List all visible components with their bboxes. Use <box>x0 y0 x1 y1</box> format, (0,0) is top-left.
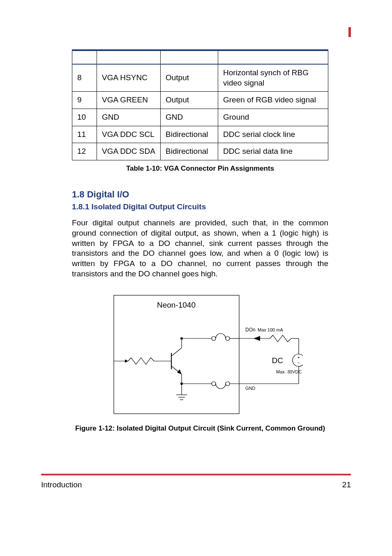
cell-pin: 11 <box>72 126 97 143</box>
diagram-title: Neon-1040 <box>157 301 196 309</box>
do-label: DOn <box>245 327 256 333</box>
page-footer: Introduction 21 <box>0 474 392 489</box>
figure-caption: Figure 1-12: Isolated Digital Output Cir… <box>72 424 328 433</box>
dc-label: DC <box>272 356 283 365</box>
table-caption: Table 1-10: VGA Connector Pin Assignment… <box>72 164 328 173</box>
table-row: 12 VGA DDC SDA Bidirectional DDC serial … <box>72 143 328 160</box>
max-vdc-label: Max. 30VDC <box>276 369 302 374</box>
svg-line-5 <box>171 348 182 356</box>
cell-desc: DDC serial clock line <box>218 126 328 143</box>
vga-pin-table: 8 VGA HSYNC Output Horizontal synch of R… <box>72 49 328 160</box>
cell-signal: VGA DDC SDA <box>97 143 161 160</box>
cell-pin: 9 <box>72 92 97 109</box>
svg-point-18 <box>226 336 230 341</box>
table-row: 8 VGA HSYNC Output Horizontal synch of R… <box>72 64 328 92</box>
dc-minus: − <box>297 361 300 365</box>
dc-plus: + <box>297 355 300 360</box>
svg-marker-7 <box>177 369 182 374</box>
cell-signal: GND <box>97 109 161 126</box>
cell-type: GND <box>161 109 218 126</box>
header-accent-bar <box>348 27 351 37</box>
cell-type: Output <box>161 92 218 109</box>
cell-desc: Horizontal synch of RBG video signal <box>218 64 328 92</box>
svg-marker-21 <box>254 336 260 341</box>
cell-pin: 12 <box>72 143 97 160</box>
cell-pin: 10 <box>72 109 97 126</box>
cell-type: Output <box>161 64 218 92</box>
footer-section-name: Introduction <box>41 480 82 489</box>
table-row: 10 GND GND Ground <box>72 109 328 126</box>
svg-point-27 <box>212 382 216 386</box>
digital-output-circuit-svg: Neon-1040 <box>97 291 303 419</box>
cell-pin: 8 <box>72 64 97 92</box>
cell-type: Bidirectional <box>161 126 218 143</box>
table-row: 11 VGA DDC SCL Bidirectional DDC serial … <box>72 126 328 143</box>
cell-signal: VGA DDC SCL <box>97 126 161 143</box>
section-body-text: Four digital output channels are provide… <box>72 218 328 279</box>
cell-signal: VGA GREEN <box>97 92 161 109</box>
subsection-heading: 1.8.1 Isolated Digital Output Circuits <box>72 202 328 211</box>
cell-desc: Ground <box>218 109 328 126</box>
gnd-label: GND <box>245 386 256 391</box>
svg-point-28 <box>226 382 230 386</box>
svg-rect-0 <box>114 295 239 414</box>
cell-desc: Green of RGB video signal <box>218 92 328 109</box>
section-heading: 1.8 Digital I/O <box>72 189 328 200</box>
footer-page-number: 21 <box>342 480 351 489</box>
svg-marker-2 <box>125 359 128 363</box>
table-row: 9 VGA GREEN Output Green of RGB video si… <box>72 92 328 109</box>
circuit-diagram: Neon-1040 <box>72 291 328 419</box>
svg-point-17 <box>212 336 216 341</box>
cell-type: Bidirectional <box>161 143 218 160</box>
cell-desc: DDC serial data line <box>218 143 328 160</box>
footer-rule <box>41 474 351 475</box>
cell-signal: VGA HSYNC <box>97 64 161 92</box>
max-current-label: Max 100 mA <box>258 327 283 332</box>
